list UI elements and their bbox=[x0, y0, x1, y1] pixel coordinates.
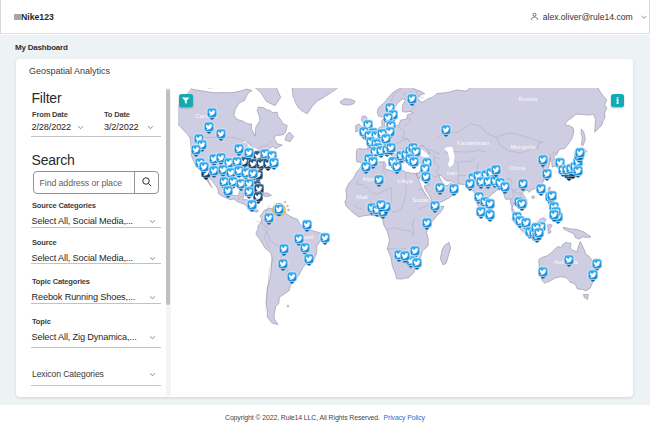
svg-text:Sudan: Sudan bbox=[412, 196, 430, 203]
svg-text:Mali: Mali bbox=[356, 193, 367, 200]
svg-text:Russia: Russia bbox=[519, 95, 538, 102]
svg-text:Mongolia: Mongolia bbox=[510, 143, 536, 150]
svg-text:Libya: Libya bbox=[398, 177, 413, 184]
svg-text:Kazakhstan: Kazakhstan bbox=[457, 139, 490, 146]
svg-text:China: China bbox=[509, 164, 526, 171]
svg-text:Iran: Iran bbox=[447, 169, 458, 176]
